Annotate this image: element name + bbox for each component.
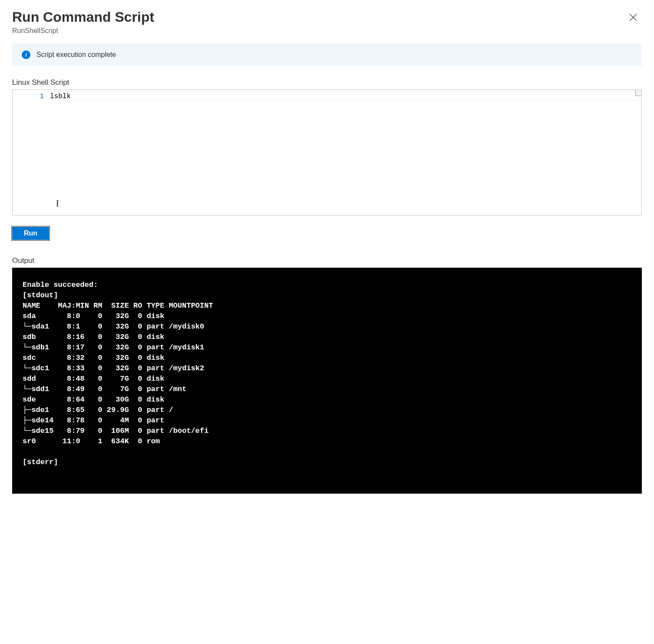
- close-button[interactable]: [624, 9, 642, 26]
- page-title: Run Command Script: [12, 9, 624, 25]
- line-number: 1: [14, 92, 44, 101]
- code-line: lsblk: [50, 92, 639, 101]
- close-icon: [629, 13, 637, 21]
- output-label: Output: [12, 256, 642, 265]
- status-banner: i Script execution complete: [12, 43, 642, 66]
- code-area[interactable]: lsblk: [47, 90, 641, 215]
- status-message: Script execution complete: [36, 51, 116, 59]
- editor-label: Linux Shell Script: [12, 78, 642, 87]
- editor-gutter: 1: [13, 90, 47, 215]
- code-editor[interactable]: 1 lsblk I: [12, 90, 642, 216]
- info-icon: i: [22, 50, 30, 59]
- page-subtitle: RunShellScript: [12, 27, 624, 35]
- run-button[interactable]: Run: [12, 227, 49, 240]
- output-terminal[interactable]: Enable succeeded: [stdout] NAME MAJ:MIN …: [12, 268, 642, 494]
